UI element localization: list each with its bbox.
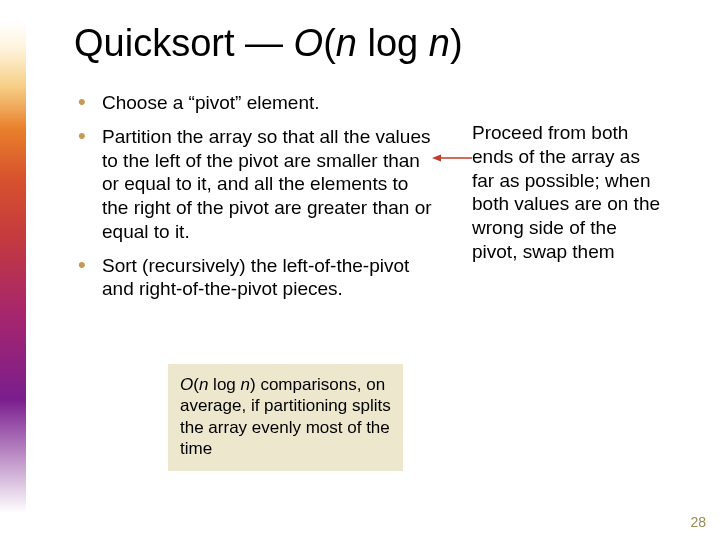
bullet-list: Choose a “pivot” element. Partition the … [74, 91, 434, 301]
title-mid: log [357, 22, 429, 64]
callout-box: O(n log n) comparisons, on average, if p… [168, 364, 403, 471]
bullet-text: Sort (recursively) the left-of-the-pivot… [102, 255, 409, 300]
box-bigO: O [180, 375, 193, 394]
title-bigO: O [294, 22, 324, 64]
side-annotation-text: Proceed from both ends of the array as f… [472, 122, 660, 262]
page-number-text: 28 [690, 514, 706, 530]
title-text-plain: Quicksort — [74, 22, 294, 64]
list-item: Choose a “pivot” element. [74, 91, 434, 115]
content-area: Choose a “pivot” element. Partition the … [74, 91, 674, 301]
title-paren-open: ( [323, 22, 336, 64]
page-number: 28 [690, 514, 706, 530]
box-n1: n [199, 375, 208, 394]
svg-marker-1 [432, 155, 441, 162]
side-annotation: Proceed from both ends of the array as f… [472, 121, 667, 264]
page-title: Quicksort — O(n log n) [74, 22, 674, 65]
title-n1: n [336, 22, 357, 64]
list-item: Sort (recursively) the left-of-the-pivot… [74, 254, 434, 302]
bullet-text: Choose a “pivot” element. [102, 92, 320, 113]
title-paren-close: ) [450, 22, 463, 64]
bullet-text: Partition the array so that all the valu… [102, 126, 432, 242]
box-n2: n [241, 375, 250, 394]
slide: Quicksort — O(n log n) Choose a “pivot” … [0, 0, 720, 540]
arrow-left-icon [432, 153, 472, 163]
list-item: Partition the array so that all the valu… [74, 125, 434, 244]
box-mid: log [208, 375, 240, 394]
title-n2: n [429, 22, 450, 64]
